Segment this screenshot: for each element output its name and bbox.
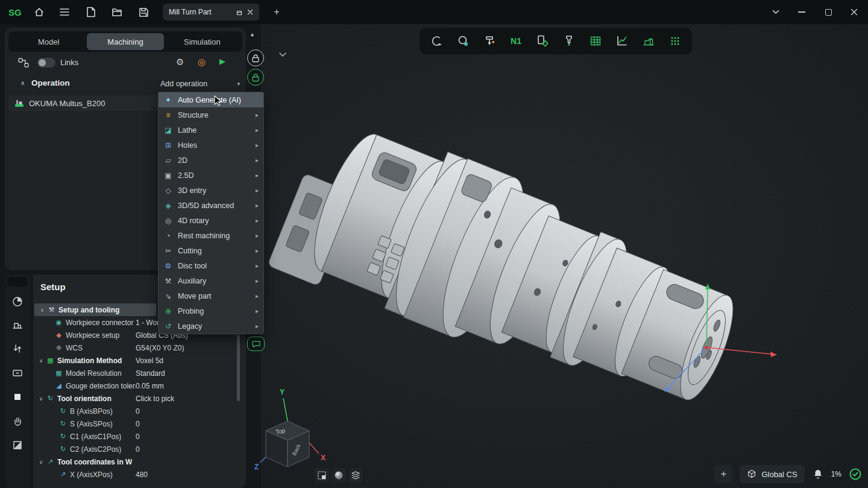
submenu-arrow-icon: ▸ — [256, 202, 259, 209]
machine-view-button[interactable] — [7, 314, 28, 335]
setup-scrollbar[interactable] — [237, 335, 240, 401]
minimize-button[interactable] — [791, 4, 812, 21]
home-button[interactable] — [29, 4, 49, 21]
submenu-arrow-icon: ▸ — [256, 172, 259, 179]
menu-item-2d[interactable]: ▱ 2D ▸ — [159, 153, 263, 168]
scroll-up-icon[interactable]: ▲ — [250, 31, 255, 37]
machine-head-icon — [482, 34, 497, 48]
tree-row-axis-s[interactable]: ↻ S (AxisSPos) 0 — [33, 417, 241, 430]
3d-entry-icon: ◇ — [163, 186, 173, 195]
add-cs-button[interactable]: + — [714, 465, 732, 483]
global-cs-button[interactable]: Global CS — [740, 465, 804, 483]
close-tab-icon[interactable] — [247, 9, 253, 15]
menu-item-probing[interactable]: ⊕ Probing ▸ — [159, 303, 263, 318]
document-tab[interactable]: Mill Turn Part — [163, 4, 259, 21]
3d-model[interactable] — [246, 24, 868, 488]
save-button[interactable] — [133, 4, 154, 21]
new-tab-button[interactable]: + — [266, 4, 287, 21]
nc-program-label: N1 — [511, 36, 521, 46]
menu-item-rest-machining[interactable]: ◔ Rest machining ▸ — [159, 228, 263, 243]
menu-item-auxiliary[interactable]: ⚒ Auxiliary ▸ — [159, 273, 263, 288]
play-button[interactable]: ▶ — [219, 57, 225, 66]
menu-item-move-part[interactable]: ⇘ Move part ▸ — [159, 288, 263, 303]
tab-model[interactable]: Model — [10, 33, 87, 50]
lock-view-button[interactable] — [247, 49, 264, 66]
menu-item-lathe[interactable]: ◪ Lathe ▸ — [159, 122, 263, 138]
menu-item-cutting[interactable]: ✂ Cutting ▸ — [159, 243, 263, 258]
machine-head-button[interactable] — [479, 30, 500, 52]
hand-pan-button[interactable] — [7, 411, 28, 431]
menu-item-3d-5d-advanced[interactable]: ◈ 3D/5D advanced ▸ — [159, 198, 263, 213]
submenu-arrow-icon: ▸ — [256, 127, 259, 133]
menu-item-structure[interactable]: ≡ Structure ▸ — [159, 107, 263, 122]
tool-change-button[interactable] — [7, 338, 28, 359]
notifications-bell-icon[interactable] — [812, 468, 824, 480]
2d-icon: ▱ — [163, 156, 173, 165]
tree-row-axis-c1[interactable]: ↻ C1 (AxisC1Pos) 0 — [33, 430, 241, 443]
collapse-operation-icon[interactable]: ∧ — [20, 80, 25, 86]
post-settings-button[interactable] — [532, 30, 553, 52]
add-operation-dropdown[interactable]: Add operation ▾ — [160, 77, 240, 90]
blank-button[interactable] — [7, 387, 28, 407]
menu-item-legacy[interactable]: ↺ Legacy ▸ — [159, 318, 263, 334]
tool-table-button[interactable] — [585, 30, 606, 52]
tree-row-gouge-detection[interactable]: ◢ Gouge detection tolerance 0.05 mm — [33, 379, 241, 392]
tree-row-model-resolution[interactable]: ▦ Model Resolution Standard — [33, 367, 241, 379]
menu-item-3d-entry[interactable]: ◇ 3D entry ▸ — [159, 183, 263, 198]
new-file-button[interactable] — [81, 4, 101, 21]
wrench-icon: ⚒ — [46, 306, 57, 314]
nc-program-button[interactable]: N1 — [505, 30, 527, 52]
tree-row-tool-orientation[interactable]: ∨ ↻ Tool orientation Click to pick — [33, 392, 241, 405]
open-file-button[interactable] — [107, 4, 127, 21]
expand-chevron-icon[interactable]: ∨ — [37, 358, 45, 364]
pin-tab-icon[interactable] — [235, 8, 242, 16]
expand-chevron-icon[interactable]: ∨ — [38, 307, 46, 313]
lathe-icon: ◪ — [163, 126, 173, 135]
turning-cycles-button[interactable] — [426, 30, 447, 52]
spindle-button[interactable] — [452, 30, 474, 52]
tab-machining[interactable]: Machining — [87, 33, 163, 50]
collapse-window-button[interactable] — [766, 4, 786, 21]
tab-simulation[interactable]: Simulation — [164, 33, 241, 50]
axis-rotate-icon: ↻ — [58, 445, 68, 453]
expand-chevron-icon[interactable]: ∨ — [37, 396, 45, 402]
tree-row-simulation-method[interactable]: ∨ ▦ Simulation Method Voxel 5d — [33, 354, 241, 367]
storage-button[interactable] — [7, 363, 28, 383]
app-logo[interactable]: SG — [5, 4, 25, 21]
dot-grid-icon — [668, 34, 682, 48]
tree-row-tool-coordinates[interactable]: ∨ ↗ Tool coordinates in WCS — [33, 455, 241, 468]
section-view-button[interactable] — [7, 435, 28, 455]
tree-row-axis-x[interactable]: ↗ X (AxisXPos) 480 — [33, 468, 241, 481]
tree-row-axis-c2[interactable]: ↻ C2 (AxisC2Pos) 0 — [33, 443, 241, 455]
tree-row-setup-and-tooling[interactable]: ∨ ⚒ Setup and tooling — [34, 303, 156, 316]
tree-row-wcs[interactable]: ⊕ WCS G54(X0 Y0 Z0) — [33, 341, 241, 354]
menu-item-2-5d[interactable]: ▣ 2.5D ▸ — [159, 168, 263, 183]
collapse-panel-chevron-icon[interactable] — [278, 52, 287, 57]
machine-simulation-button[interactable] — [638, 30, 659, 52]
menu-item-4d-rotary[interactable]: ◎ 4D rotary ▸ — [159, 213, 263, 228]
quarter-view-button[interactable] — [7, 291, 28, 312]
expand-chevron-icon[interactable]: ∨ — [37, 459, 45, 465]
shading-mode-button[interactable] — [332, 468, 346, 483]
point-grid-button[interactable] — [664, 30, 686, 52]
maximize-button[interactable] — [818, 4, 838, 21]
links-toggle[interactable] — [37, 58, 55, 68]
diagnostics-chart-button[interactable] — [611, 30, 633, 52]
viewport[interactable]: ▲ N1 — [246, 24, 868, 488]
maximize-icon — [825, 9, 832, 16]
main-menu-button[interactable] — [54, 4, 75, 21]
layers-button[interactable] — [348, 468, 363, 483]
lock-workpiece-button[interactable] — [247, 69, 264, 86]
menu-item-disc-tool[interactable]: ⚙ Disc tool ▸ — [159, 258, 263, 273]
selection-mode-button[interactable] — [315, 468, 329, 483]
menu-item-holes[interactable]: ⊞ Holes ▸ — [159, 138, 263, 153]
target-icon[interactable]: ◎ — [198, 57, 206, 68]
tool-library-button[interactable] — [558, 30, 580, 52]
comments-button[interactable] — [247, 337, 265, 351]
2-5d-icon: ▣ — [163, 171, 173, 180]
tree-row-axis-b[interactable]: ↻ B (AxisBPos) 0 — [33, 405, 241, 417]
close-window-button[interactable] — [844, 4, 864, 21]
voxel-grid-icon: ▦ — [45, 356, 55, 364]
menu-item-auto-generate[interactable]: ✦ Auto Generate (AI) — [159, 92, 263, 107]
settings-gear-icon[interactable]: ⚙ — [176, 57, 184, 68]
